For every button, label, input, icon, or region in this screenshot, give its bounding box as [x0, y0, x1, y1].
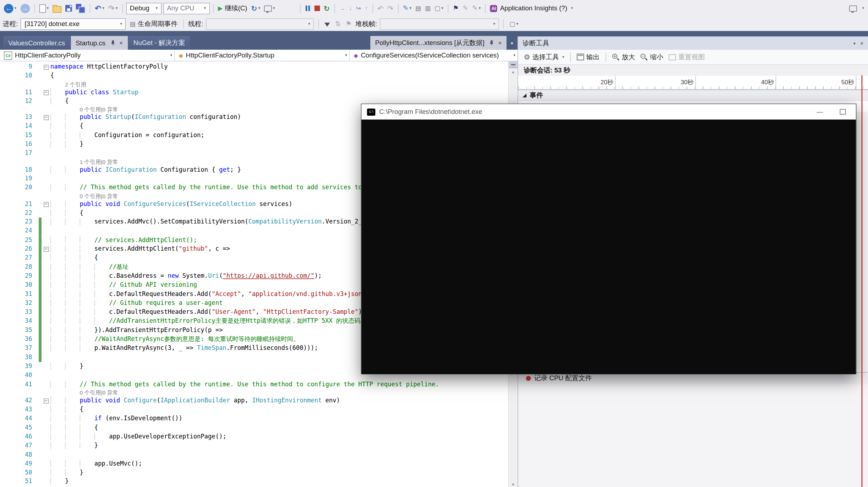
process-combobox[interactable]: [31720] dotnet.exe▾ — [21, 18, 126, 30]
format-lines-button[interactable]: ▥ — [424, 4, 432, 12]
history-forward-button[interactable]: ↷ — [386, 4, 395, 13]
code-line[interactable]: 50 } — [0, 468, 508, 477]
line-number[interactable]: 35 — [0, 326, 39, 335]
fold-margin[interactable]: − — [41, 200, 50, 209]
line-number[interactable]: 23 — [0, 218, 39, 227]
browser-link-button[interactable]: ▾ — [263, 5, 276, 12]
pin-icon[interactable] — [110, 40, 116, 46]
code-line[interactable]: 10{ — [0, 71, 508, 80]
step-out-button[interactable]: ↑ — [364, 4, 369, 12]
member-dropdown[interactable]: ◆ ConfigureServices(IServiceCollection s… — [350, 50, 518, 61]
line-number[interactable]: 32 — [0, 299, 39, 308]
chevron-down-icon[interactable]: ▾ — [345, 53, 347, 57]
console-window[interactable]: C:\ C:\Program Files\dotnet\dotnet.exe — — [361, 104, 857, 374]
console-output[interactable] — [361, 120, 856, 374]
chevron-down-icon[interactable]: ▾ — [102, 6, 104, 10]
break-all-button[interactable] — [304, 5, 312, 12]
timeline-ruler[interactable]: 20秒 30秒 40秒 50秒 — [518, 76, 868, 90]
save-all-button[interactable] — [75, 3, 86, 13]
line-number[interactable]: 18 — [0, 165, 39, 174]
step-into-button[interactable]: ↓ — [348, 4, 353, 12]
history-back-button[interactable]: ↶ — [376, 4, 385, 13]
line-number[interactable]: 47 — [0, 441, 39, 450]
select-tools-button[interactable]: ⚙选择工具▾ — [523, 52, 566, 62]
line-number[interactable]: 24 — [0, 227, 39, 236]
toggle-flagged-threads-button[interactable]: ⇅ — [334, 19, 342, 28]
new-file-button[interactable]: ▾ — [38, 4, 50, 13]
code-line[interactable]: 11− public class Startup — [0, 88, 508, 97]
fold-margin[interactable]: − — [41, 396, 50, 405]
zoom-in-button[interactable]: +放大 — [611, 52, 636, 62]
code-line[interactable]: 44 if (env.IsDevelopment()) — [0, 414, 508, 423]
thread-combobox[interactable]: ▾ — [206, 18, 314, 30]
codelens-indicator[interactable]: 0 个引用|0 异常 — [0, 389, 508, 396]
tab-valuescontroller[interactable]: ValuesController.cs — [3, 36, 70, 50]
stackframe-combobox[interactable]: ▾ — [380, 18, 499, 30]
edit-marker-button[interactable]: ✎ — [461, 4, 469, 13]
edit-marker-2-button[interactable]: ✎▾ — [471, 4, 482, 13]
open-file-button[interactable] — [51, 4, 62, 13]
line-number[interactable]: 36 — [0, 335, 39, 344]
line-number[interactable]: 13 — [0, 113, 39, 122]
line-number[interactable]: 42 — [0, 396, 39, 405]
output-button[interactable]: 输出 — [576, 52, 601, 62]
fold-margin[interactable]: − — [41, 113, 50, 122]
scroll-down-icon[interactable]: ▼ — [509, 483, 518, 487]
zoom-out-button[interactable]: −缩小 — [639, 52, 664, 62]
window-position-chevron-icon[interactable]: ▾ — [853, 41, 856, 46]
navigate-back-button[interactable]: ←▾ — [3, 3, 17, 14]
fold-margin[interactable]: − — [41, 245, 50, 253]
line-number[interactable]: 50 — [0, 468, 39, 477]
code-line[interactable]: 49 app.UseMvc(); — [0, 460, 508, 468]
line-number[interactable]: 20 — [0, 184, 39, 192]
line-number[interactable]: 9 — [0, 62, 39, 71]
maximize-button[interactable] — [840, 109, 846, 115]
tab-nuget[interactable]: NuGet - 解决方案 — [129, 36, 190, 50]
code-line[interactable]: 51 } — [0, 477, 508, 486]
chevron-down-icon[interactable]: ▾ — [258, 6, 260, 10]
lifecycle-events-button[interactable]: ▤生命周期事件 — [129, 19, 179, 29]
line-number[interactable]: 14 — [0, 122, 39, 131]
close-icon[interactable]: × — [119, 40, 123, 46]
redo-button[interactable]: ↷▾ — [107, 3, 119, 13]
close-icon[interactable]: × — [498, 40, 502, 46]
save-button[interactable] — [64, 4, 73, 12]
chevron-down-icon[interactable]: ▾ — [201, 3, 209, 14]
tab-list-chevron-icon[interactable]: ▾ — [511, 40, 513, 50]
line-number[interactable]: 15 — [0, 131, 39, 140]
code-line[interactable]: 9−namespace HttpClientFactoryPolly — [0, 62, 508, 71]
chevron-down-icon[interactable]: ▾ — [170, 53, 172, 57]
fold-margin[interactable]: − — [41, 62, 50, 71]
show-next-statement-button[interactable]: → — [338, 4, 346, 12]
close-icon[interactable]: × — [860, 40, 864, 47]
solution-configuration-combobox[interactable]: Debug▾ — [126, 2, 161, 14]
line-number[interactable]: 46 — [0, 432, 39, 441]
codelens-indicator[interactable]: 2 个引用 — [0, 81, 508, 88]
console-title-bar[interactable]: C:\ C:\Program Files\dotnet\dotnet.exe — — [361, 104, 856, 119]
chevron-down-icon[interactable]: ▾ — [273, 6, 275, 10]
fold-margin[interactable]: − — [41, 88, 50, 97]
line-number[interactable]: 43 — [0, 405, 39, 414]
chevron-down-icon[interactable]: ▾ — [571, 6, 573, 10]
line-number[interactable]: 30 — [0, 281, 39, 290]
browser-refresh-button[interactable]: ↻▾ — [250, 4, 261, 13]
reset-view-button[interactable]: 重置视图 — [668, 52, 706, 62]
line-number[interactable]: 26 — [0, 245, 39, 253]
line-number[interactable]: 44 — [0, 414, 39, 423]
chevron-down-icon[interactable]: ▾ — [410, 6, 411, 10]
line-number[interactable]: 41 — [0, 380, 39, 389]
line-number[interactable]: 27 — [0, 254, 39, 263]
type-dropdown[interactable]: ◆ HttpClientFactoryPolly.Startup ▾ — [175, 50, 350, 61]
line-number[interactable]: 34 — [0, 317, 39, 326]
chevron-down-icon[interactable]: ▾ — [516, 21, 518, 26]
line-number[interactable]: 38 — [0, 353, 39, 362]
line-number[interactable]: 45 — [0, 423, 39, 432]
navigate-forward-button[interactable]: → — [19, 3, 31, 14]
chevron-down-icon[interactable]: ▾ — [479, 6, 481, 10]
project-dropdown[interactable]: C# HttpClientFactoryPolly ▾ — [0, 50, 175, 61]
minimize-button[interactable]: — — [817, 108, 823, 116]
line-number[interactable]: 33 — [0, 308, 39, 317]
code-line[interactable]: 41 // This method gets called by the run… — [0, 380, 508, 389]
tab-startup[interactable]: Startup.cs × — [71, 36, 128, 50]
line-number[interactable]: 11 — [0, 88, 39, 97]
